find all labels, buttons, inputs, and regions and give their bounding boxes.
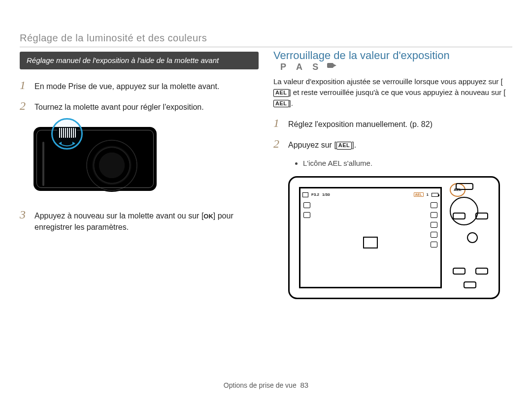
intro-a: La valeur d'exposition ajustée se verrou… (273, 77, 503, 86)
page-footer: Options de prise de vue 83 (0, 381, 532, 389)
ael-inline-icon: AEL (273, 100, 289, 108)
intro-c: ]. (289, 99, 293, 107)
step-1: 1 En mode Prise de vue, appuyez sur la m… (20, 79, 259, 92)
screen-left-icons (303, 202, 310, 218)
intro-text: La valeur d'exposition ajustée se verrou… (273, 76, 512, 108)
video-mode-icon (327, 62, 337, 69)
right-column: Verrouillage de la valeur d'exposition P… (273, 30, 512, 299)
step-text: En mode Prise de vue, appuyez sur la mol… (34, 79, 259, 92)
camera-right-controls: AEL (450, 183, 495, 292)
heading-exposure-lock: Verrouillage de la valeur d'exposition (273, 49, 450, 62)
screen-icon (431, 242, 437, 247)
top-button (456, 183, 473, 190)
section-header: Réglage de la luminosité et des couleurs (20, 32, 207, 44)
shutter-value: 1/30 (322, 192, 330, 197)
camera-screen: F3.2 1/30 AEL 1 (299, 187, 442, 288)
screen-icon (431, 232, 437, 238)
ael-inline-icon: AEL (273, 89, 289, 97)
step-text: Tournez la molette avant pour régler l'e… (34, 100, 259, 113)
screen-icon (431, 202, 437, 208)
small-button (453, 213, 466, 219)
screen-status-bar: F3.2 1/30 AEL 1 (302, 190, 438, 199)
step-number: 2 (273, 138, 283, 150)
bullet-item: L'icône AEL s'allume. (303, 159, 512, 167)
step-text: Réglez l'exposition manuellement. (p. 82… (288, 117, 512, 130)
mode-letters: P A S (280, 62, 322, 72)
right-step-1: 1 Réglez l'exposition manuellement. (p. … (273, 117, 512, 130)
small-button (475, 213, 488, 219)
dial-arrow-icon (58, 140, 76, 147)
focus-box (363, 237, 378, 248)
battery-icon (432, 193, 438, 197)
camera-front-illustration (33, 121, 166, 195)
grip-line (42, 142, 44, 186)
mode-icons: P A S (280, 62, 337, 72)
step-number: 1 (273, 117, 283, 129)
ael-inline-icon: AEL (336, 142, 352, 150)
intro-b: ] et reste verrouillée jusqu'à ce que vo… (289, 88, 506, 96)
screen-icon (431, 212, 437, 218)
footer-label: Options de prise de vue (224, 381, 297, 389)
small-button (475, 268, 488, 275)
divider-line (20, 47, 512, 47)
screen-right-icons (431, 202, 437, 247)
camera-lens (85, 139, 138, 192)
ok-button-label: OK (203, 212, 213, 221)
page-number: 83 (300, 381, 308, 389)
mode-icon (302, 192, 308, 197)
subheading-box: Réglage manuel de l'exposition à l'aide … (20, 52, 259, 69)
step-text: Appuyez sur [AEL]. (288, 138, 512, 151)
step3-part-a: Appuyez à nouveau sur la molette avant o… (34, 212, 203, 220)
small-button (453, 268, 466, 275)
step-text: Appuyez à nouveau sur la molette avant o… (34, 209, 259, 233)
screen-icon (303, 212, 310, 218)
step2-b: ]. (352, 141, 356, 149)
small-button (464, 281, 476, 288)
step-number: 1 (20, 79, 30, 91)
camera-back-illustration: F3.2 1/30 AEL 1 (288, 176, 500, 299)
step-3: 3 Appuyez à nouveau sur la molette avant… (20, 209, 259, 233)
step-number: 3 (20, 209, 30, 220)
bullet-list: L'icône AEL s'allume. (303, 159, 512, 167)
left-column: Réglage manuel de l'exposition à l'aide … (20, 30, 259, 299)
ael-screen-badge: AEL (414, 192, 424, 197)
shot-count: 1 (427, 192, 429, 197)
step2-a: Appuyez sur [ (288, 141, 336, 149)
fstop-value: F3.2 (311, 192, 319, 197)
screen-icon (303, 202, 310, 208)
right-step-2: 2 Appuyez sur [AEL]. (273, 138, 512, 151)
step-number: 2 (20, 100, 30, 112)
control-dial (450, 197, 478, 225)
screen-icon (431, 222, 437, 228)
step-2: 2 Tournez la molette avant pour régler l… (20, 100, 259, 113)
